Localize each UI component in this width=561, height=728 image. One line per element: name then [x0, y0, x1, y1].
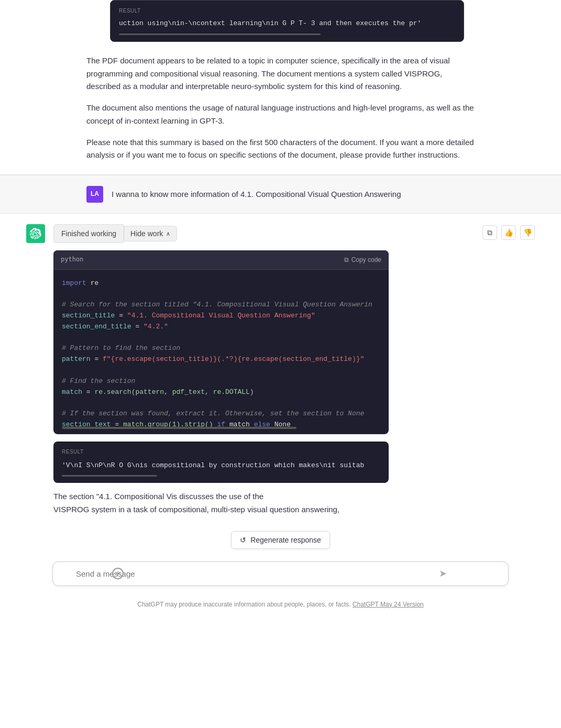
code-str-pattern: f"{re.escape(section_title)}(.*?){re.esc…: [103, 355, 364, 363]
code-var-section-text: section_text: [62, 421, 111, 427]
footer-link[interactable]: ChatGPT May 24 Version: [353, 601, 424, 608]
code-fn-search: re.search(pattern, pdf_text, re.DOTALL): [94, 388, 254, 396]
ai-text-after-3: VISPROG system in a task of compositiona…: [53, 505, 339, 514]
thumb-down-icon: 👎: [523, 228, 532, 237]
thumb-up-icon: 👍: [504, 228, 513, 237]
code-content: import re # Search for the section title…: [53, 270, 389, 427]
ai-paragraph-2: The document also mentions the usage of …: [86, 102, 475, 128]
code-kw-if: if: [217, 421, 225, 427]
ai-text-after-1: The section "4.1. Compositional Vis: [53, 492, 177, 501]
code-comment-3: # Find the section: [62, 377, 135, 385]
code-comment-2: # Pattern to find the section: [62, 344, 180, 352]
result-label: RESULT: [62, 448, 380, 456]
chat-container: RESULT uction using\nin-\ncontext learni…: [0, 0, 561, 620]
user-message-text: I wanna to know more information of 4.1.…: [112, 186, 401, 201]
ai-text-response: The PDF document appears to be related t…: [0, 42, 561, 175]
footer: ChatGPT may produce inaccurate informati…: [0, 594, 561, 620]
ai-action-icons: ⧉ 👍 👎: [482, 224, 535, 240]
code-var-section-end: section_end_title: [62, 323, 131, 330]
regenerate-icon: ↺: [240, 536, 246, 544]
finished-working-label: Finished working: [53, 224, 124, 243]
footer-link-text: ChatGPT May 24 Version: [353, 601, 424, 608]
result-content: 'V\nI S\nP\nR O G\nis compositional by c…: [62, 460, 380, 471]
regenerate-label: Regenerate response: [250, 536, 321, 544]
regenerate-container: ↺ Regenerate response: [0, 531, 561, 549]
code-var-pattern: pattern: [62, 355, 91, 363]
result-block: RESULT 'V\nI S\nP\nR O G\nis composition…: [53, 442, 389, 483]
ai-working-container: Finished working Hide work ∧ ⧉ 👍 👎: [0, 214, 561, 527]
ai-paragraph-3: Please note that this summary is based o…: [86, 136, 475, 162]
regenerate-button[interactable]: ↺ Regenerate response: [231, 531, 330, 549]
ai-paragraph-1: The PDF document appears to be related t…: [86, 54, 475, 93]
code-horizontal-scrollbar[interactable]: [62, 427, 296, 429]
code-kw-else: else: [254, 421, 270, 427]
send-button[interactable]: ➤: [439, 568, 447, 579]
footer-text: ChatGPT may produce inaccurate informati…: [137, 601, 350, 608]
ai-avatar: [26, 224, 45, 243]
code-str-section-title: "4.1. Compositional Visual Question Answ…: [127, 312, 315, 319]
top-result-scrollbar: [119, 34, 321, 35]
top-result-wrapper: RESULT uction using\nin-\ncontext learni…: [0, 0, 561, 42]
copy-code-button[interactable]: ⧉ Copy code: [344, 256, 381, 263]
ai-text-after-2: discusses the use of the: [179, 492, 263, 501]
code-kw-import: import: [62, 279, 86, 287]
code-language: python: [61, 255, 83, 264]
top-result-label: RESULT: [119, 7, 455, 15]
code-str-section-end: "4.2.": [144, 323, 168, 330]
hide-work-label: Hide work: [130, 229, 163, 238]
code-comment-1: # Search for the section titled "4.1. Co…: [62, 301, 372, 308]
ai-text-after: The section "4.1. Compositional Vis disc…: [53, 490, 389, 516]
top-result-block: RESULT uction using\nin-\ncontext learni…: [110, 0, 464, 42]
plus-icon: +: [115, 569, 120, 578]
ai-content: Finished working Hide work ∧ ⧉ 👍 👎: [53, 224, 535, 516]
send-icon: ➤: [439, 568, 447, 579]
share-icon: ⧉: [487, 228, 492, 237]
copy-icon: ⧉: [344, 256, 349, 263]
finished-working-bar: Finished working Hide work ∧: [53, 224, 177, 243]
openai-icon: [30, 228, 41, 239]
code-block-header: python ⧉ Copy code: [53, 250, 389, 269]
ai-working-header: Finished working Hide work ∧ ⧉ 👍 👎: [53, 224, 535, 250]
top-result-content: uction using\nin-\ncontext learning\nin …: [119, 18, 455, 29]
user-message-container: LA I wanna to know more information of 4…: [0, 175, 561, 214]
code-re: re: [91, 279, 99, 287]
code-fn-match-group: match.group(1).strip(): [123, 421, 213, 427]
code-block: python ⧉ Copy code import re # Search fo…: [53, 250, 389, 434]
copy-code-label: Copy code: [351, 256, 381, 263]
code-var-section-title: section_title: [62, 312, 115, 319]
user-avatar: LA: [86, 186, 103, 203]
code-comment-4: # If the section was found, extract it. …: [62, 410, 364, 417]
hide-work-button[interactable]: Hide work ∧: [124, 226, 177, 241]
result-scrollbar: [62, 475, 157, 477]
chevron-up-icon: ∧: [166, 230, 170, 237]
thumbs-down-button[interactable]: 👎: [520, 225, 535, 240]
share-button[interactable]: ⧉: [482, 225, 497, 240]
thumbs-up-button[interactable]: 👍: [501, 225, 516, 240]
code-var-match: match: [62, 388, 82, 396]
input-area: + ➤: [0, 553, 561, 594]
